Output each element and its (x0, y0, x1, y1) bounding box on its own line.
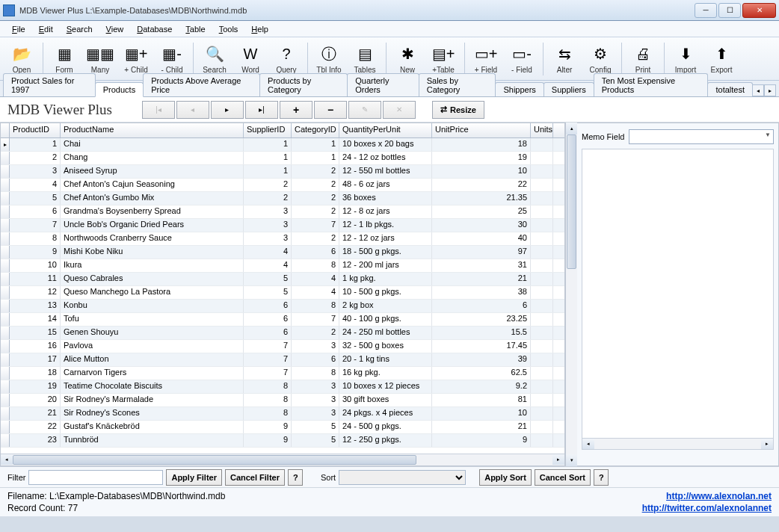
table-row[interactable]: 21Sir Rodney's Scones8324 pkgs. x 4 piec… (1, 407, 564, 421)
memo-body[interactable] (582, 149, 774, 439)
table-row[interactable]: 22Gustaf's Knäckebröd9524 - 500 g pkgs.2… (1, 421, 564, 434)
tab-products-by-category[interactable]: Products by Category (259, 73, 348, 96)
filter-help-button[interactable]: ? (288, 469, 303, 486)
toolbar-config[interactable]: ⚙Config (583, 40, 618, 78)
col-header-unitprice[interactable]: UnitPrice (432, 123, 531, 137)
maximize-button[interactable]: ☐ (718, 3, 741, 18)
nav-next-button[interactable]: ▸ (211, 101, 244, 119)
edit-record-button[interactable]: ✎ (348, 101, 381, 119)
nav-first-button[interactable]: |◂ (142, 101, 175, 119)
data-grid[interactable]: ProductID ProductName SupplierID Categor… (0, 123, 565, 466)
table-row[interactable]: 3Aniseed Syrup1212 - 550 ml bottles10 (1, 165, 564, 179)
vertical-scrollbar[interactable]: ▴ ▾ (565, 123, 577, 466)
tab-suppliers[interactable]: Suppliers (544, 82, 594, 96)
tab-ten-most-expensive-products[interactable]: Ten Most Expensive Products (594, 73, 709, 96)
scroll-up-button[interactable]: ▴ (566, 123, 577, 134)
toolbar-word[interactable]: WWord (233, 40, 268, 78)
col-header-qpu[interactable]: QuantityPerUnit (339, 123, 432, 137)
table-row[interactable]: 6Grandma's Boysenberry Spread3212 - 8 oz… (1, 205, 564, 219)
menu-edit[interactable]: Edit (33, 23, 59, 35)
menu-table[interactable]: Table (179, 23, 211, 35)
toolbar-form[interactable]: ▦Form (47, 40, 81, 78)
table-row[interactable]: 4Chef Anton's Cajun Seasoning2248 - 6 oz… (1, 179, 564, 192)
memo-scroll-right[interactable]: ▸ (761, 439, 773, 449)
tab-products[interactable]: Products (95, 82, 144, 97)
toolbar--table[interactable]: ▤++Table (426, 40, 461, 78)
table-row[interactable]: 13Konbu682 kg box6 (1, 300, 564, 313)
resize-button[interactable]: ⇄ Resize (432, 101, 484, 119)
toolbar-import[interactable]: ⬇Import (668, 40, 703, 78)
minimize-button[interactable]: ─ (695, 3, 717, 18)
tab-product-sales-for-1997[interactable]: Product Sales for 1997 (3, 73, 96, 96)
cancel-filter-button[interactable]: Cancel Filter (225, 469, 285, 486)
toolbar-tbl-info[interactable]: ⓘTbl Info (312, 40, 346, 78)
menu-tools[interactable]: Tools (213, 23, 244, 35)
tab-scroll-left[interactable]: ◂ (752, 84, 764, 96)
table-row[interactable]: 2Chang1124 - 12 oz bottles19 (1, 152, 564, 165)
table-row[interactable]: 12Queso Manchego La Pastora5410 - 500 g … (1, 286, 564, 300)
table-row[interactable]: 8Northwoods Cranberry Sauce3212 - 12 oz … (1, 232, 564, 246)
menu-help[interactable]: Help (245, 23, 274, 35)
table-row[interactable]: 11Queso Cabrales541 kg pkg.21 (1, 273, 564, 286)
toolbar--field[interactable]: ▭-- Field (505, 40, 539, 78)
table-row[interactable]: 5Chef Anton's Gumbo Mix2236 boxes21.35 (1, 192, 564, 205)
toolbar--child[interactable]: ▦++ Child (119, 40, 153, 78)
toolbar--child[interactable]: ▦-- Child (155, 40, 189, 78)
tab-totaltest[interactable]: totaltest (707, 82, 753, 96)
twitter-link[interactable]: http://twitter.com/alexnolannet (642, 503, 772, 513)
nav-prev-button[interactable]: ◂ (176, 101, 209, 119)
tab-sales-by-category[interactable]: Sales by Category (419, 73, 496, 96)
menu-file[interactable]: File (6, 23, 31, 35)
toolbar-alter[interactable]: ⇆Alter (547, 40, 582, 78)
close-button[interactable]: ✕ (742, 3, 776, 18)
table-row[interactable]: 16Pavlova7332 - 500 g boxes17.45 (1, 340, 564, 353)
toolbar-search[interactable]: 🔍Search (197, 40, 232, 78)
menu-view[interactable]: View (100, 23, 130, 35)
toolbar-print[interactable]: 🖨Print (626, 40, 660, 78)
scroll-down-button[interactable]: ▾ (566, 454, 577, 466)
toolbar-new[interactable]: ✱New (390, 40, 425, 78)
table-row[interactable]: 9Mishi Kobe Niku4618 - 500 g pkgs.97 (1, 246, 564, 259)
toolbar-export[interactable]: ⬆Export (704, 40, 739, 78)
toolbar-open[interactable]: 📂Open (4, 40, 39, 78)
website-link[interactable]: http://www.alexnolan.net (666, 491, 772, 501)
table-row[interactable]: 23Tunnbröd9512 - 250 g pkgs.9 (1, 434, 564, 448)
table-row[interactable]: 20Sir Rodney's Marmalade8330 gift boxes8… (1, 394, 564, 407)
sort-combo[interactable] (339, 470, 466, 485)
table-row[interactable]: 19Teatime Chocolate Biscuits8310 boxes x… (1, 380, 564, 394)
apply-sort-button[interactable]: Apply Sort (479, 469, 532, 486)
toolbar--field[interactable]: ▭++ Field (469, 40, 503, 78)
toolbar-tables[interactable]: ▤Tables (348, 40, 382, 78)
filter-input[interactable] (28, 470, 163, 485)
table-row[interactable]: 7Uncle Bob's Organic Dried Pears3712 - 1… (1, 219, 564, 232)
cancel-edit-button[interactable]: ✕ (383, 101, 416, 119)
memo-hscroll[interactable]: ◂ ▸ (582, 438, 774, 450)
memo-scroll-left[interactable]: ◂ (582, 439, 594, 449)
table-row[interactable]: 18Carnarvon Tigers7816 kg pkg.62.5 (1, 367, 564, 380)
menu-database[interactable]: Database (131, 23, 178, 35)
tab-products-above-average-price[interactable]: Products Above Average Price (143, 73, 260, 96)
col-header-categoryid[interactable]: CategoryID (292, 123, 339, 137)
table-row[interactable]: ▸1Chai1110 boxes x 20 bags18 (1, 138, 564, 152)
memo-field-combo[interactable] (629, 129, 774, 144)
scroll-left-button[interactable]: ◂ (1, 454, 13, 465)
table-row[interactable]: 10Ikura4812 - 200 ml jars31 (1, 259, 564, 273)
cancel-sort-button[interactable]: Cancel Sort (535, 469, 591, 486)
apply-filter-button[interactable]: Apply Filter (166, 469, 222, 486)
col-header-units[interactable]: UnitsI (531, 123, 553, 137)
col-header-supplierid[interactable]: SupplierID (244, 123, 292, 137)
scroll-right-button[interactable]: ▸ (552, 454, 564, 465)
toolbar-many[interactable]: ▦▦Many (83, 40, 117, 78)
col-header-productid[interactable]: ProductID (10, 123, 61, 137)
hscroll-thumb[interactable] (13, 455, 416, 465)
menu-search[interactable]: Search (61, 23, 99, 35)
table-row[interactable]: 15Genen Shouyu6224 - 250 ml bottles15.5 (1, 327, 564, 340)
vscroll-thumb[interactable] (567, 134, 576, 269)
col-header-productname[interactable]: ProductName (61, 123, 244, 137)
tab-shippers[interactable]: Shippers (495, 82, 544, 96)
delete-record-button[interactable]: − (314, 101, 347, 119)
add-record-button[interactable]: + (280, 101, 312, 119)
tab-quarterly-orders[interactable]: Quarterly Orders (347, 73, 419, 96)
table-row[interactable]: 14Tofu6740 - 100 g pkgs.23.25 (1, 313, 564, 327)
toolbar-query[interactable]: ?Query (269, 40, 304, 78)
